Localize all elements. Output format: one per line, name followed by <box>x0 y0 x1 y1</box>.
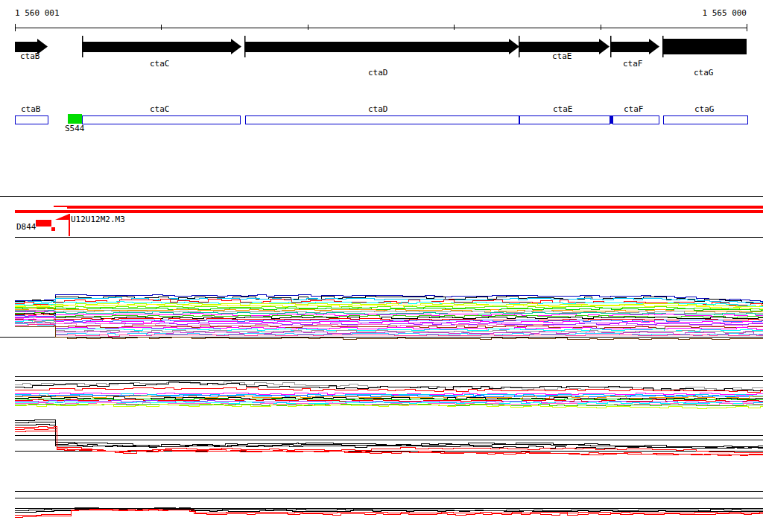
feature-bar-d844[interactable] <box>36 220 51 227</box>
gene-arrow-ctaD[interactable] <box>245 39 519 54</box>
gene-box-label-ctaD: ctaD <box>368 105 388 114</box>
feature-label-d844: D844 <box>16 223 37 232</box>
gene-box-label-ctaF: ctaF <box>624 105 644 114</box>
gene-arrow-label-ctaC: ctaC <box>150 60 170 69</box>
gene-arrow-ctaF[interactable] <box>611 39 659 54</box>
gene-box-ctaC[interactable] <box>82 115 240 124</box>
gene-arrow-label-ctaB: ctaB <box>20 52 40 61</box>
gene-box-ctaG[interactable] <box>663 115 747 124</box>
gene-box-label-ctaC: ctaC <box>150 105 170 114</box>
gene-arrow-ctaG[interactable] <box>663 39 747 54</box>
gene-arrow-label-ctaD: ctaD <box>368 69 388 77</box>
feature-wedge <box>55 214 69 220</box>
gene-box-ctaF[interactable] <box>612 115 659 124</box>
expression-band-2-series-2 <box>15 387 763 392</box>
gene-arrow-label-ctaF: ctaF <box>623 60 643 69</box>
probe-box-s544[interactable] <box>68 114 82 124</box>
expression-band-3-series-0 <box>15 419 763 447</box>
feature-label-u12: U12U12M2.M3 <box>71 215 125 224</box>
gene-arrow-label-ctaG: ctaG <box>694 69 714 77</box>
gene-box-ctaD[interactable] <box>245 115 519 124</box>
genome-browser-view: 1 560 001 1 565 000 S544 D844 U12U12M2.M… <box>0 0 763 532</box>
expression-band-2-series-0 <box>15 381 763 390</box>
box-divider <box>610 115 612 124</box>
expression-band-1-series-0 <box>15 295 763 302</box>
coordinate-end-label: 1 565 000 <box>702 9 747 18</box>
gene-arrow-ctaC[interactable] <box>83 39 241 54</box>
feature-square <box>51 227 55 231</box>
gene-box-label-ctaG: ctaG <box>694 105 715 114</box>
gene-box-ctaB[interactable] <box>15 115 48 124</box>
gene-box-ctaE[interactable] <box>519 115 610 124</box>
gene-arrow-label-ctaE: ctaE <box>552 52 572 61</box>
coordinate-start-label: 1 560 001 <box>15 9 60 18</box>
gene-box-label-ctaB: ctaB <box>21 105 41 114</box>
genome-browser-canvas <box>0 0 763 532</box>
gene-box-label-ctaE: ctaE <box>553 105 573 114</box>
probe-label-s544: S544 <box>65 124 85 133</box>
